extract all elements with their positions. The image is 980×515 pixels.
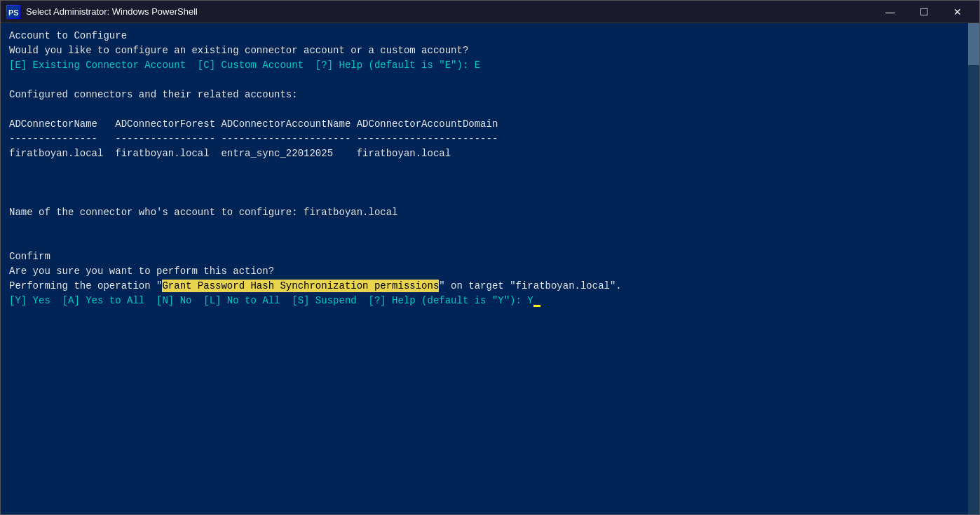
- line-options-account: [E] Existing Connector Account [C] Custo…: [9, 60, 480, 71]
- window-controls: — ☐ ✕: [874, 1, 974, 22]
- line-performing-suffix: " on target "firatboyan.local".: [439, 280, 621, 291]
- powershell-icon: PS: [6, 5, 20, 19]
- console-output: Account to Configure Would you like to c…: [1, 23, 979, 514]
- powershell-window: PS Select Administrator: Windows PowerSh…: [0, 0, 980, 515]
- line-confirm-question: Are you sure you want to perform this ac…: [9, 266, 274, 277]
- title-bar: PS Select Administrator: Windows PowerSh…: [1, 1, 979, 23]
- line-performing-highlight: Grant Password Hash Synchronization perm…: [162, 280, 439, 292]
- scrollbar-thumb[interactable]: [968, 23, 979, 65]
- svg-text:PS: PS: [8, 8, 19, 17]
- line-performing-prefix: Performing the operation ": [9, 280, 162, 291]
- window-title: Select Administrator: Windows PowerShell: [26, 6, 874, 17]
- line-confirm-header: Confirm: [9, 251, 50, 262]
- line-confirm-options: [Y] Yes [A] Yes to All [N] No [L] No to …: [9, 295, 533, 306]
- line-account-configure: Account to Configure: [9, 30, 127, 41]
- line-table-data: firatboyan.local firatboyan.local entra_…: [9, 148, 451, 159]
- minimize-button[interactable]: —: [874, 1, 906, 22]
- scrollbar[interactable]: [968, 23, 979, 514]
- line-configured-connectors: Configured connectors and their related …: [9, 89, 298, 100]
- console-text: Account to Configure Would you like to c…: [9, 29, 971, 308]
- line-connector-name-prompt: Name of the connector who's account to c…: [9, 207, 398, 218]
- cursor-blink: [533, 305, 540, 307]
- close-button[interactable]: ✕: [941, 1, 974, 22]
- line-table-separator: --------------- ----------------- ------…: [9, 133, 498, 144]
- maximize-button[interactable]: ☐: [908, 1, 940, 22]
- line-table-header: ADConnectorName ADConnectorForest ADConn…: [9, 118, 498, 130]
- line-configure-question: Would you like to configure an existing …: [9, 45, 468, 56]
